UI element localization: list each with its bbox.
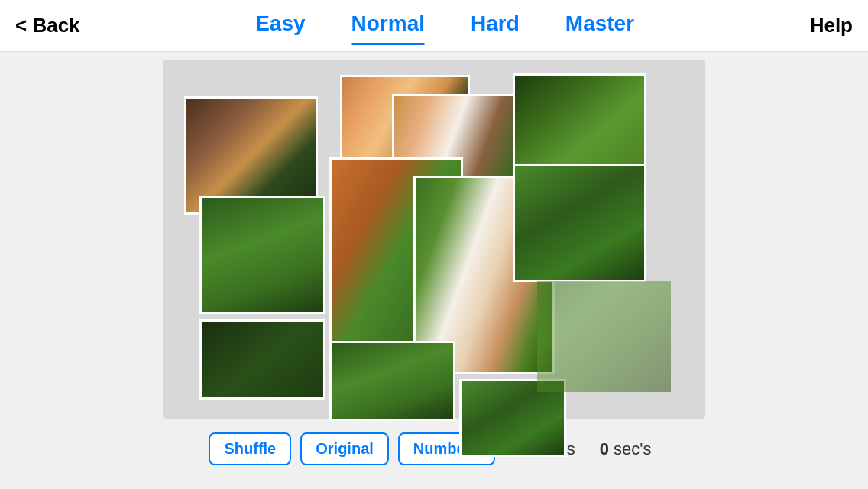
tab-normal[interactable]: Normal (351, 11, 425, 40)
puzzle-piece-8[interactable] (513, 164, 646, 282)
controls-bar: Shuffle Original Numbers 0 moves 0 sec's (0, 432, 868, 465)
secs-label: sec's (614, 439, 651, 458)
secs-count: 0 (600, 439, 609, 458)
tab-master[interactable]: Master (565, 11, 634, 40)
puzzle-piece-bg[interactable] (537, 281, 671, 392)
puzzle-piece-9[interactable] (199, 319, 326, 400)
puzzle-area (163, 60, 705, 419)
tab-easy[interactable]: Easy (255, 11, 305, 40)
difficulty-tabs: Easy Normal Hard Master (255, 11, 634, 40)
original-button[interactable]: Original (300, 432, 389, 465)
puzzle-piece-5[interactable] (199, 196, 326, 314)
shuffle-button[interactable]: Shuffle (209, 432, 291, 465)
puzzle-piece-10[interactable] (329, 341, 455, 421)
header: < Back Easy Normal Hard Master Help (0, 0, 868, 52)
tab-hard[interactable]: Hard (471, 11, 520, 40)
secs-stat: 0 sec's (600, 439, 652, 459)
help-button[interactable]: Help (810, 14, 853, 37)
back-button[interactable]: < Back (15, 14, 80, 37)
